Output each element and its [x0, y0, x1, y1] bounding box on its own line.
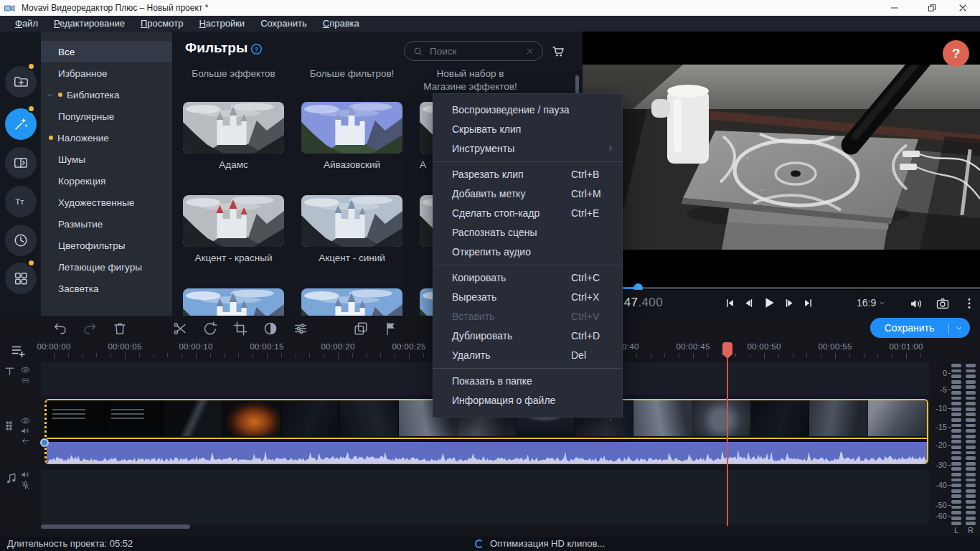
arrow-left-icon[interactable]	[20, 435, 31, 446]
category-Наложение[interactable]: Наложение	[41, 127, 172, 149]
cut-button[interactable]	[172, 321, 188, 336]
seek-bar[interactable]	[583, 287, 980, 289]
transport-skip-end-button[interactable]	[803, 298, 814, 309]
context-menu-item-Удалить[interactable]: УдалитьDel	[433, 346, 622, 365]
undo-button[interactable]	[52, 321, 68, 336]
chevron-down-icon[interactable]	[949, 324, 970, 333]
category-Коррекция[interactable]: Коррекция	[41, 170, 172, 192]
eye-icon[interactable]	[20, 364, 31, 375]
rail-transitions-button[interactable]	[5, 147, 37, 179]
filter-thumbnail[interactable]	[183, 195, 284, 247]
marker-flag-button[interactable]	[383, 321, 399, 336]
minimize-button[interactable]	[889, 2, 900, 14]
save-button[interactable]: Сохранить	[870, 318, 970, 338]
transport-frame-back-button[interactable]	[743, 298, 754, 309]
filters-scrollbar[interactable]	[575, 75, 579, 94]
audio-track-lane[interactable]	[41, 470, 929, 524]
help-icon[interactable]: ?	[250, 42, 263, 56]
menu-item-Сохранить[interactable]: Сохранить	[253, 16, 315, 32]
filter-thumbnail[interactable]	[301, 195, 402, 247]
overlay-button[interactable]	[353, 321, 369, 336]
category-Популярные[interactable]: Популярные	[41, 105, 172, 127]
rail-filters-wand-button[interactable]	[5, 108, 37, 140]
category-Библиотека[interactable]: Библиотека	[41, 84, 172, 105]
clip-audio-waveform[interactable]	[47, 442, 927, 463]
context-menu-item-Разрезать клип[interactable]: Разрезать клипCtrl+B	[433, 165, 622, 184]
context-menu-item-Показать в папке[interactable]: Показать в папке	[433, 372, 622, 391]
context-menu-item-Добавить метку[interactable]: Добавить меткуCtrl+M	[433, 184, 622, 204]
filter-card-Айвазовский[interactable]: Айвазовский	[301, 102, 402, 170]
sound-icon[interactable]	[20, 469, 31, 480]
more-options-icon[interactable]	[962, 296, 976, 311]
menu-item-Настройки[interactable]: Настройки	[191, 16, 253, 32]
context-menu-item-Инструменты[interactable]: Инструменты	[433, 139, 622, 159]
project-duration: Длительность проекта: 05:52	[7, 538, 133, 549]
sound-icon[interactable]	[20, 425, 31, 436]
category-Цветофильтры[interactable]: Цветофильтры	[41, 235, 172, 256]
ruler-tick	[196, 353, 197, 359]
rotate-button[interactable]	[202, 321, 218, 336]
crop-button[interactable]	[232, 321, 248, 336]
filter-card-Акцент - красный[interactable]: Акцент - красный	[183, 195, 284, 263]
filter-card-Адамс[interactable]: Адамс	[183, 102, 284, 170]
rail-motion-button[interactable]	[5, 225, 37, 256]
category-Избранное[interactable]: Избранное	[41, 62, 172, 84]
transport-play-button[interactable]	[762, 296, 776, 310]
context-menu-item-Воспроизведение / пауза[interactable]: Воспроизведение / пауза	[433, 100, 622, 120]
chevron-down-icon[interactable]	[46, 91, 54, 99]
menu-item-Файл[interactable]: Файл	[7, 16, 46, 32]
category-Летающие фигуры[interactable]: Летающие фигуры	[41, 256, 172, 278]
cart-icon[interactable]	[551, 44, 566, 59]
filter-card[interactable]	[301, 288, 402, 316]
menu-item-Просмотр[interactable]: Просмотр	[133, 16, 191, 32]
category-Шумы[interactable]: Шумы	[41, 149, 172, 170]
menu-item-Справка[interactable]: Справка	[315, 16, 367, 32]
mic-off-icon[interactable]	[20, 480, 31, 491]
ruler-tick	[864, 353, 864, 357]
search-input[interactable]	[430, 46, 519, 57]
filter-thumbnail[interactable]	[301, 102, 402, 154]
context-menu-item-Информация о файле[interactable]: Информация о файле	[433, 391, 622, 410]
context-menu-item-Сделать стоп-кадр[interactable]: Сделать стоп-кадрCtrl+E	[433, 204, 622, 223]
rail-more-tools-button[interactable]	[5, 263, 37, 294]
context-menu-item-Копировать[interactable]: КопироватьCtrl+C	[433, 268, 622, 288]
rail-import-button[interactable]	[5, 66, 37, 98]
category-Размытие[interactable]: Размытие	[41, 213, 172, 235]
filter-card[interactable]	[183, 288, 284, 316]
menu-item-label: Распознать сцены	[452, 227, 537, 238]
transport-skip-start-button[interactable]	[725, 298, 735, 309]
timeline-horizontal-scrollbar[interactable]	[41, 524, 190, 529]
menu-item-Редактирование[interactable]: Редактирование	[46, 16, 133, 32]
close-button[interactable]	[957, 2, 969, 14]
category-Все[interactable]: Все	[41, 41, 172, 62]
context-menu-item-Скрывать клип[interactable]: Скрывать клип	[433, 120, 622, 139]
snapshot-icon[interactable]	[936, 296, 950, 311]
delete-button[interactable]	[112, 321, 128, 336]
ruler-tick	[267, 353, 268, 359]
search-box[interactable]	[404, 41, 543, 61]
color-button[interactable]	[263, 321, 278, 336]
category-Художественные[interactable]: Художественные	[41, 192, 172, 213]
context-menu-item-Вставить[interactable]: ВставитьCtrl+V	[433, 307, 622, 326]
context-menu-item-Дублировать[interactable]: ДублироватьCtrl+D	[433, 326, 622, 346]
transport-frame-forward-button[interactable]	[784, 298, 795, 309]
filter-card-Акцент - синий[interactable]: Акцент - синий	[301, 195, 402, 263]
help-button[interactable]	[943, 40, 969, 67]
filter-thumbnail[interactable]	[183, 102, 284, 154]
context-menu-item-Вырезать[interactable]: ВырезатьCtrl+X	[433, 288, 622, 307]
category-Засветка[interactable]: Засветка	[41, 278, 172, 299]
restore-button[interactable]	[926, 2, 938, 14]
clear-search-icon[interactable]	[525, 47, 534, 56]
context-menu-item-Открепить аудио[interactable]: Открепить аудио	[433, 242, 622, 262]
redo-button[interactable]	[82, 321, 98, 336]
aspect-ratio-select[interactable]: 16:9	[857, 297, 886, 309]
filter-thumbnail[interactable]	[183, 288, 284, 316]
rail-titles-button[interactable]: Tт	[5, 186, 37, 217]
context-menu-item-Распознать сцены[interactable]: Распознать сцены	[433, 223, 622, 242]
link-icon[interactable]	[20, 375, 31, 386]
eye-icon[interactable]	[20, 415, 31, 426]
filter-thumbnail[interactable]	[301, 288, 402, 316]
clip-link-handle[interactable]	[40, 438, 49, 447]
adjust-button[interactable]	[293, 321, 308, 336]
volume-icon[interactable]	[909, 296, 924, 311]
